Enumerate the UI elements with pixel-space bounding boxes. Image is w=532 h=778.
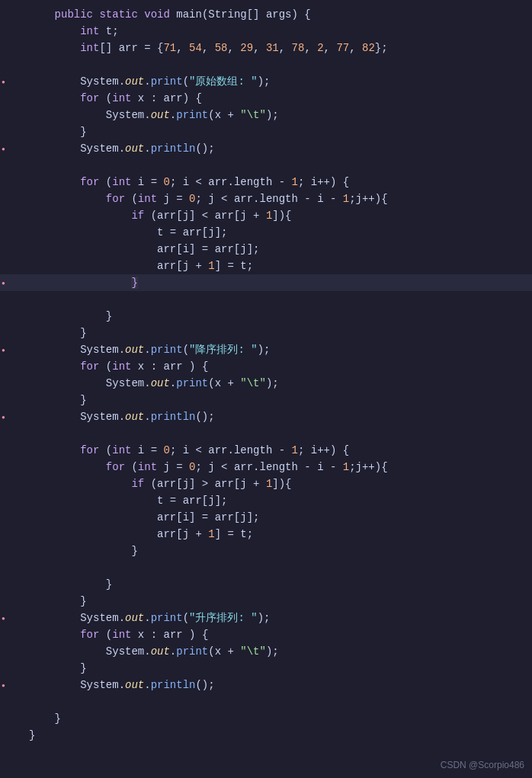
- code-line: arr[i] = arr[j];: [0, 241, 532, 258]
- line-code: System.out.print("升序排列: ");: [23, 610, 532, 626]
- line-code: System.out.print("原始数组: ");: [23, 73, 532, 90]
- line-code: for (int i = 0; i < arr.length - 1; i++)…: [23, 174, 532, 190]
- line-code: for (int j = 0; j < arr.length - i - 1;j…: [23, 459, 532, 475]
- code-line: arr[j + 1] = t;: [0, 258, 532, 274]
- line-code: }: [23, 660, 532, 677]
- code-line: [0, 56, 532, 73]
- code-line: [0, 693, 532, 710]
- code-line: }: [0, 308, 532, 325]
- line-code: System.out.println();: [23, 408, 532, 425]
- code-line: }: [0, 593, 532, 610]
- code-line: for (int j = 0; j < arr.length - i - 1;j…: [0, 459, 532, 475]
- watermark: CSDN @Scorpio486: [441, 760, 524, 770]
- code-line-highlighted: }: [0, 274, 532, 291]
- line-code: int[] arr = {71, 54, 58, 29, 31, 78, 2, …: [23, 40, 532, 56]
- code-line: t = arr[j];: [0, 224, 532, 241]
- line-code: arr[j + 1] = t;: [23, 258, 532, 274]
- code-line: for (int x : arr ) {: [0, 626, 532, 643]
- line-code: t = arr[j];: [23, 224, 532, 241]
- line-code: }: [23, 593, 532, 610]
- line-code: System.out.print("降序排列: ");: [23, 341, 532, 358]
- line-code: }: [23, 392, 532, 408]
- line-code: }: [23, 274, 532, 291]
- code-line: if (arr[j] > arr[j + 1]){: [0, 475, 532, 492]
- line-code: }: [23, 727, 532, 744]
- code-line: System.out.print("原始数组: ");: [0, 73, 532, 90]
- code-line: if (arr[j] < arr[j + 1]){: [0, 207, 532, 224]
- line-code: for (int j = 0; j < arr.length - i - 1;j…: [23, 190, 532, 207]
- code-line: [0, 291, 532, 308]
- code-line: for (int x : arr ) {: [0, 358, 532, 375]
- line-code: }: [23, 325, 532, 341]
- code-line: System.out.print("降序排列: ");: [0, 341, 532, 358]
- code-line: System.out.print(x + "\t");: [0, 643, 532, 660]
- line-code: System.out.println();: [23, 140, 532, 157]
- line-code: arr[i] = arr[j];: [23, 509, 532, 526]
- line-code: if (arr[j] > arr[j + 1]){: [23, 475, 532, 492]
- code-line: int t;: [0, 23, 532, 40]
- code-line: for (int i = 0; i < arr.length - 1; i++)…: [0, 174, 532, 190]
- line-code: }: [23, 576, 532, 593]
- code-line: System.out.println();: [0, 408, 532, 425]
- line-code: }: [23, 123, 532, 140]
- line-code: for (int i = 0; i < arr.length - 1; i++)…: [23, 442, 532, 459]
- code-line: }: [0, 392, 532, 408]
- line-code: }: [23, 543, 532, 559]
- code-line: }: [0, 543, 532, 559]
- line-code: for (int x : arr ) {: [23, 358, 532, 375]
- code-line: public static void main(String[] args) {: [0, 6, 532, 23]
- line-code: System.out.println();: [23, 677, 532, 693]
- code-line: System.out.println();: [0, 677, 532, 693]
- code-line: }: [0, 727, 532, 744]
- code-line: }: [0, 660, 532, 677]
- line-code: int t;: [23, 23, 532, 40]
- line-code: for (int x : arr) {: [23, 90, 532, 107]
- code-line: }: [0, 576, 532, 593]
- line-code: if (arr[j] < arr[j + 1]){: [23, 207, 532, 224]
- code-line: [0, 559, 532, 576]
- code-line: }: [0, 325, 532, 341]
- code-line: }: [0, 710, 532, 727]
- code-line: System.out.print(x + "\t");: [0, 107, 532, 123]
- code-line: System.out.print(x + "\t");: [0, 375, 532, 392]
- line-code: }: [23, 308, 532, 325]
- code-container: public static void main(String[] args) {…: [0, 0, 532, 778]
- line-code: }: [23, 710, 532, 727]
- line-code: t = arr[j];: [23, 492, 532, 509]
- line-code: System.out.print(x + "\t");: [23, 643, 532, 660]
- code-line: System.out.print("升序排列: ");: [0, 610, 532, 626]
- code-line: t = arr[j];: [0, 492, 532, 509]
- code-line: int[] arr = {71, 54, 58, 29, 31, 78, 2, …: [0, 40, 532, 56]
- code-line: for (int j = 0; j < arr.length - i - 1;j…: [0, 190, 532, 207]
- code-line: [0, 157, 532, 174]
- code-line: for (int i = 0; i < arr.length - 1; i++)…: [0, 442, 532, 459]
- line-code: public static void main(String[] args) {: [23, 6, 532, 23]
- line-code: arr[j + 1] = t;: [23, 526, 532, 543]
- code-line: [0, 425, 532, 442]
- code-line: }: [0, 123, 532, 140]
- line-code: arr[i] = arr[j];: [23, 241, 532, 258]
- line-code: System.out.print(x + "\t");: [23, 375, 532, 392]
- line-code: for (int x : arr ) {: [23, 626, 532, 643]
- line-code: System.out.print(x + "\t");: [23, 107, 532, 123]
- code-line: arr[i] = arr[j];: [0, 509, 532, 526]
- code-line: for (int x : arr) {: [0, 90, 532, 107]
- code-line: arr[j + 1] = t;: [0, 526, 532, 543]
- code-line: System.out.println();: [0, 140, 532, 157]
